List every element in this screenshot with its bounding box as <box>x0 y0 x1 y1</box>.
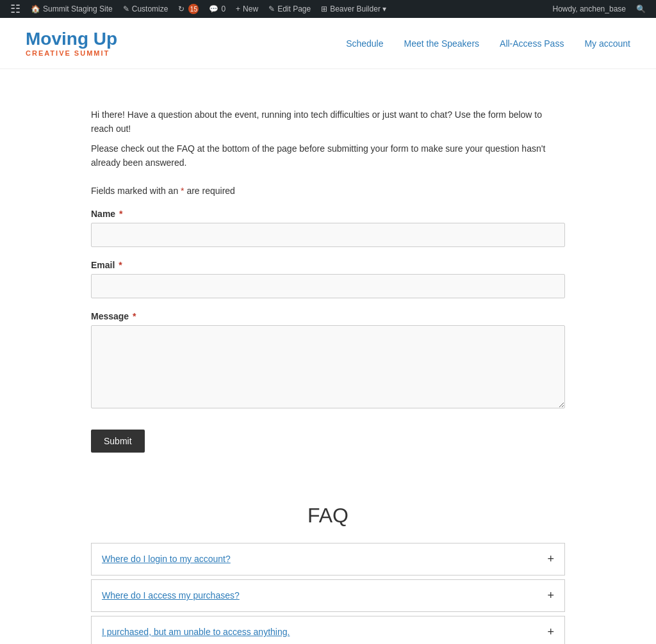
nav-account[interactable]: My account <box>584 38 630 49</box>
admin-comments[interactable]: 💬 0 <box>204 0 231 18</box>
name-input[interactable] <box>91 223 565 247</box>
customize-icon: ✎ <box>123 4 129 13</box>
site-header: Moving Up Creative Summit Schedule Meet … <box>0 18 656 69</box>
required-note: Fields marked with an * are required <box>91 186 565 196</box>
message-textarea[interactable] <box>91 325 565 408</box>
updates-icon: ↻ <box>178 4 184 13</box>
admin-bar: ☷ 🏠 Summit Staging Site ✎ Customize ↻ 15… <box>0 0 656 18</box>
admin-customize[interactable]: ✎ Customize <box>118 0 174 18</box>
site-logo[interactable]: Moving Up Creative Summit <box>26 29 117 57</box>
main-content: Hi there! Have a question about the even… <box>78 69 578 478</box>
faq-title: FAQ <box>91 504 565 527</box>
faq-plus-icon-2: + <box>547 589 554 602</box>
intro-line-1: Hi there! Have a question about the even… <box>91 108 565 136</box>
intro-text: Hi there! Have a question about the even… <box>91 108 565 170</box>
logo-sub-text: Creative Summit <box>26 49 117 57</box>
name-required-star: * <box>119 209 122 219</box>
faq-section: FAQ Where do I login to my account? + Wh… <box>78 504 578 644</box>
comments-icon: 💬 <box>209 4 218 13</box>
name-label: Name * <box>91 209 565 219</box>
name-group: Name * <box>91 209 565 247</box>
email-group: Email * <box>91 260 565 298</box>
wp-icon[interactable]: ☷ <box>5 2 26 16</box>
required-star: * <box>181 186 184 196</box>
nav-schedule[interactable]: Schedule <box>346 38 383 49</box>
new-icon: + <box>236 4 240 13</box>
admin-beaver-builder[interactable]: ⊞ Beaver Builder ▾ <box>316 0 391 18</box>
message-group: Message * <box>91 311 565 410</box>
admin-search[interactable]: 🔍 <box>631 4 651 13</box>
admin-new[interactable]: + New <box>231 0 263 18</box>
admin-site-name[interactable]: 🏠 Summit Staging Site <box>26 0 118 18</box>
faq-plus-icon-3: + <box>547 625 554 639</box>
main-nav: Schedule Meet the Speakers All-Access Pa… <box>346 38 630 49</box>
email-label: Email * <box>91 260 565 270</box>
faq-question-3: I purchased, but am unable to access any… <box>102 627 290 637</box>
admin-howdy[interactable]: Howdy, anchen_base <box>547 4 631 13</box>
faq-item-2[interactable]: Where do I access my purchases? + <box>91 579 565 612</box>
faq-plus-icon-1: + <box>547 552 554 566</box>
search-icon: 🔍 <box>636 4 646 13</box>
faq-item-1[interactable]: Where do I login to my account? + <box>91 543 565 576</box>
beaver-builder-icon: ⊞ <box>321 4 327 13</box>
admin-bar-right: Howdy, anchen_base 🔍 <box>547 4 651 13</box>
contact-form: Name * Email * Message * Submit <box>91 209 565 453</box>
message-required-star: * <box>133 311 136 321</box>
email-input[interactable] <box>91 274 565 298</box>
admin-updates[interactable]: ↻ 15 <box>173 0 204 18</box>
message-label: Message * <box>91 311 565 321</box>
admin-edit-page[interactable]: ✎ Edit Page <box>263 0 316 18</box>
submit-button[interactable]: Submit <box>91 430 145 453</box>
faq-question-1: Where do I login to my account? <box>102 554 231 564</box>
intro-line-2: Please check out the FAQ at the bottom o… <box>91 141 565 170</box>
faq-item-3[interactable]: I purchased, but am unable to access any… <box>91 616 565 644</box>
email-required-star: * <box>119 260 122 270</box>
edit-page-icon: ✎ <box>268 4 275 13</box>
nav-speakers[interactable]: Meet the Speakers <box>404 38 480 49</box>
site-icon: 🏠 <box>31 4 40 13</box>
logo-main-text: Moving Up <box>26 29 117 49</box>
faq-question-2: Where do I access my purchases? <box>102 590 240 600</box>
nav-access-pass[interactable]: All-Access Pass <box>500 38 564 49</box>
